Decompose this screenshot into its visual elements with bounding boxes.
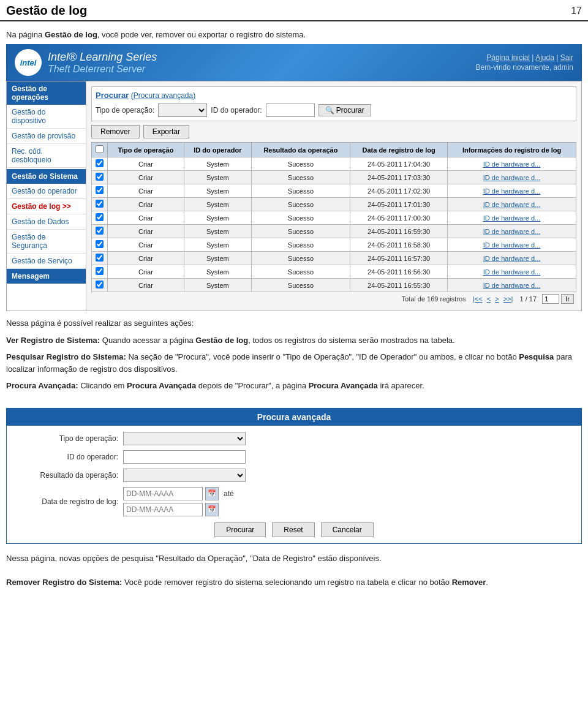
table-cell: Sucesso xyxy=(251,211,350,225)
page-last[interactable]: >>| xyxy=(503,295,513,303)
row-checkbox[interactable] xyxy=(96,213,104,221)
table-cell: 24-05-2011 16:58:30 xyxy=(350,238,448,252)
intro-highlight: Gestão de log xyxy=(45,30,97,39)
row-checkbox[interactable] xyxy=(96,254,104,262)
adv-date-from-input[interactable] xyxy=(123,487,203,500)
table-cell: Criar xyxy=(108,171,184,184)
intro-after: , você pode ver, remover ou exportar o r… xyxy=(97,30,306,39)
table-cell: Criar xyxy=(108,265,184,279)
table-cell: System xyxy=(184,265,251,279)
adv-operator-input[interactable] xyxy=(123,450,246,464)
body-text-section: Nessa página é possível realizar as segu… xyxy=(0,311,588,403)
log-info-link[interactable]: ID de hardware d... xyxy=(483,282,541,289)
sidebar-item-unlock[interactable]: Rec. cód. desbloqueio xyxy=(7,144,86,168)
sidebar-item-operator[interactable]: Gestão do operador xyxy=(7,184,86,199)
export-button[interactable]: Exportar xyxy=(143,125,189,138)
adv-reset-button[interactable]: Reset xyxy=(272,522,314,537)
table-cell: System xyxy=(184,184,251,198)
page-input[interactable] xyxy=(542,294,559,304)
operator-input[interactable] xyxy=(266,104,315,117)
table-row: CriarSystemSucesso24-05-2011 17:01:30ID … xyxy=(92,198,576,211)
col-info: Informações do registro de log xyxy=(448,143,576,157)
sidebar-item-service[interactable]: Gestão de Serviço xyxy=(7,254,86,269)
table-cell: 24-05-2011 16:57:30 xyxy=(350,252,448,265)
sidebar-item-security[interactable]: Gestão de Segurança xyxy=(7,230,86,254)
col-date: Data de registro de log xyxy=(350,143,448,157)
table-cell: System xyxy=(184,225,251,238)
adv-until-label: até xyxy=(224,489,234,498)
adv-result-label: Resultado da operação: xyxy=(13,471,123,480)
row-checkbox[interactable] xyxy=(96,200,104,208)
adv-cal-to-button[interactable]: 📅 xyxy=(205,503,219,516)
remove-button[interactable]: Remover xyxy=(91,125,140,138)
intel-brand-text: Intel® Learning Series xyxy=(48,51,157,64)
advanced-link[interactable]: (Procura avançada) xyxy=(131,91,195,100)
search-label: Procurar xyxy=(96,91,129,100)
page-next[interactable]: > xyxy=(495,295,499,303)
adv-row-result: Resultado da operação: xyxy=(13,469,575,482)
log-info-link[interactable]: ID de hardware d... xyxy=(483,241,541,249)
sidebar-item-device[interactable]: Gestão do dispositivo xyxy=(7,105,86,129)
intel-banner: intel Intel® Learning Series Theft Deter… xyxy=(6,44,582,81)
row-checkbox[interactable] xyxy=(96,281,104,288)
row-checkbox[interactable] xyxy=(96,173,104,181)
intel-brand: Intel® Learning Series Theft Deterrent S… xyxy=(48,51,157,75)
row-checkbox[interactable] xyxy=(96,267,104,275)
sidebar-item-provision[interactable]: Gestão de provisão xyxy=(7,129,86,144)
log-info-link[interactable]: ID de hardware d... xyxy=(483,214,541,222)
advanced-search-header: Procura avançada xyxy=(7,409,581,426)
sidebar-section-system[interactable]: Gestão do Sistema xyxy=(7,169,86,184)
table-row: CriarSystemSucesso24-05-2011 16:57:30ID … xyxy=(92,252,576,265)
body-pesquisar: Pesquisar Registro do Sistema: Na seção … xyxy=(6,351,582,375)
adv-row-date: Data de registro de log: 📅 até 📅 xyxy=(13,487,575,516)
log-info-link[interactable]: ID de hardware d... xyxy=(483,160,541,168)
go-button[interactable]: Ir xyxy=(561,294,574,304)
type-select[interactable] xyxy=(158,104,207,117)
nav-home[interactable]: Página inicial xyxy=(486,53,530,62)
log-info-link[interactable]: ID de hardware d... xyxy=(483,228,541,235)
log-info-link[interactable]: ID de hardware d... xyxy=(483,174,541,181)
body-intro: Nessa página é possível realizar as segu… xyxy=(6,317,582,330)
search-button[interactable]: 🔍 Procurar xyxy=(318,104,371,116)
table-cell: Criar xyxy=(108,238,184,252)
adv-result-select[interactable] xyxy=(123,469,246,482)
adv-search-button[interactable]: Procurar xyxy=(214,522,266,537)
table-cell: 24-05-2011 16:55:30 xyxy=(350,279,448,292)
table-cell: Criar xyxy=(108,225,184,238)
table-cell: System xyxy=(184,238,251,252)
main-content: Gestão de operações Gestão do dispositiv… xyxy=(6,81,582,311)
adv-cal-from-button[interactable]: 📅 xyxy=(205,487,219,500)
log-info-link[interactable]: ID de hardware d... xyxy=(483,255,541,262)
table-cell: Sucesso xyxy=(251,238,350,252)
sidebar-section-message[interactable]: Mensagem xyxy=(7,269,86,284)
nav-help[interactable]: Ajuda xyxy=(535,53,554,62)
table-cell: System xyxy=(184,157,251,171)
row-checkbox[interactable] xyxy=(96,227,104,235)
nav-exit[interactable]: Sair xyxy=(560,53,573,62)
log-info-link[interactable]: ID de hardware d... xyxy=(483,187,541,195)
page-number: 17 xyxy=(571,6,582,17)
log-info-link[interactable]: ID de hardware d... xyxy=(483,201,541,208)
sidebar-section-operations[interactable]: Gestão de operações xyxy=(7,81,86,105)
select-all-checkbox[interactable] xyxy=(96,145,104,153)
table-row: CriarSystemSucesso24-05-2011 17:03:30ID … xyxy=(92,171,576,184)
adv-cancel-button[interactable]: Cancelar xyxy=(321,522,374,537)
body-ver: Ver Registro de Sistema: Quando acessar … xyxy=(6,334,582,347)
adv-row-operator: ID do operador: xyxy=(13,450,575,464)
table-cell: Sucesso xyxy=(251,265,350,279)
log-info-link[interactable]: ID de hardware d... xyxy=(483,268,541,276)
adv-type-select[interactable] xyxy=(123,432,246,445)
row-checkbox[interactable] xyxy=(96,159,104,167)
adv-date-to-input[interactable] xyxy=(123,503,203,516)
page-first[interactable]: |<< xyxy=(473,295,483,303)
table-row: CriarSystemSucesso24-05-2011 16:56:30ID … xyxy=(92,265,576,279)
table-cell: Sucesso xyxy=(251,198,350,211)
col-result: Resultado da operação xyxy=(251,143,350,157)
row-checkbox[interactable] xyxy=(96,240,104,248)
page-header: Gestão de log 17 xyxy=(0,0,588,21)
row-checkbox[interactable] xyxy=(96,186,104,194)
search-icon: 🔍 xyxy=(325,106,334,115)
sidebar-item-log[interactable]: Gestão de log >> xyxy=(7,199,86,214)
sidebar-item-data[interactable]: Gestão de Dados xyxy=(7,214,86,230)
page-prev[interactable]: < xyxy=(487,295,491,303)
